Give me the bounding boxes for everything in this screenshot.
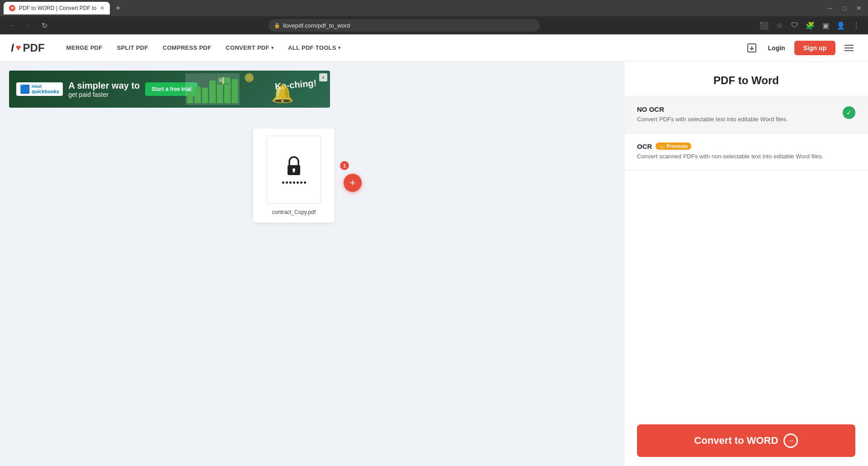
nav-all-tools-label: ALL PDF TOOLS — [288, 44, 336, 51]
file-card[interactable]: contract_Copy.pdf — [253, 128, 335, 223]
profile-icon[interactable]: 👤 — [835, 19, 847, 32]
nav-merge-pdf-label: MERGE PDF — [66, 44, 103, 51]
tab-close-button[interactable]: ✕ — [100, 5, 104, 11]
nav-convert-pdf[interactable]: CONVERT PDF ▾ — [218, 34, 281, 62]
premium-badge: 👑 Premium — [656, 143, 691, 150]
nav-merge-pdf[interactable]: MERGE PDF — [59, 34, 110, 62]
ocr-text: OCR 👑 Premium Convert scanned PDFs with … — [637, 143, 855, 161]
lock-dots — [282, 181, 306, 184]
login-button[interactable]: Login — [764, 44, 789, 52]
no-ocr-option[interactable]: NO OCR Convert PDFs with selectable text… — [624, 96, 868, 133]
lock-icon-container — [282, 156, 306, 184]
sidebar-toggle-icon[interactable]: ▣ — [819, 19, 832, 32]
reload-button[interactable]: ↻ — [38, 19, 51, 32]
puzzle-icon[interactable]: 🧩 — [804, 19, 816, 32]
minimize-button[interactable]: ─ — [825, 3, 835, 14]
ad-headline2: get paid faster — [68, 91, 140, 98]
no-ocr-text: NO OCR Convert PDFs with selectable text… — [637, 105, 835, 124]
ad-close-button[interactable]: × — [319, 73, 327, 81]
add-more-wrapper: 1 + — [344, 165, 371, 192]
svg-rect-4 — [293, 170, 295, 172]
app: I ♥ PDF MERGE PDF SPLIT PDF COMPRESS PDF… — [0, 34, 868, 466]
main-layout: × 🟦 intuit quickbooks A simpler way to g… — [0, 62, 868, 466]
file-preview — [267, 136, 321, 204]
ocr-option[interactable]: OCR 👑 Premium Convert scanned PDFs with … — [624, 133, 868, 170]
logo-heart-icon: ♥ — [16, 43, 21, 53]
hamburger-menu-button[interactable] — [841, 41, 857, 55]
nav-convert-pdf-label: CONVERT PDF — [226, 44, 269, 51]
panel-title: PDF to Word — [624, 62, 868, 96]
tab-bar: ❤ PDF to WORD | Convert PDF to ✕ + ─ □ ✕ — [0, 0, 868, 16]
nav-all-pdf-tools[interactable]: ALL PDF TOOLS ▾ — [281, 34, 348, 62]
ad-logo: 🟦 intuit quickbooks — [16, 82, 63, 96]
browser-chrome: ❤ PDF to WORD | Convert PDF to ✕ + ─ □ ✕… — [0, 0, 868, 34]
ad-money-icon: 💵 — [217, 75, 229, 87]
extensions-icon[interactable]: ⬛ — [758, 19, 770, 32]
ad-coin-icon: 🪙 — [244, 73, 254, 83]
signup-button[interactable]: Sign up — [794, 41, 835, 55]
active-tab[interactable]: ❤ PDF to WORD | Convert PDF to ✕ — [4, 2, 110, 14]
lock-icon — [285, 156, 303, 178]
convert-btn-arrow-icon: → — [783, 433, 798, 448]
ad-bell-icon: 🔔 — [271, 83, 294, 104]
close-window-button[interactable]: ✕ — [854, 3, 864, 14]
lock-icon: 🔒 — [274, 23, 280, 29]
no-ocr-description: Convert PDFs with selectable text into e… — [637, 115, 835, 124]
menu-icon[interactable]: ⋮ — [850, 19, 863, 32]
no-ocr-check-icon: ✓ — [843, 106, 855, 119]
shield-icon[interactable]: 🛡 — [788, 19, 801, 32]
ad-chart — [185, 73, 240, 105]
ocr-description: Convert scanned PDFs with non-selectable… — [637, 152, 855, 161]
nav-split-pdf[interactable]: SPLIT PDF — [110, 34, 156, 62]
logo-i: I — [11, 42, 14, 54]
site-logo[interactable]: I ♥ PDF — [11, 42, 45, 54]
back-button[interactable]: ← — [5, 19, 18, 32]
panel-spacer — [624, 170, 868, 415]
address-bar[interactable]: 🔒 ilovepdf.com/pdf_to_word — [269, 19, 540, 32]
logo-pdf: PDF — [23, 42, 45, 54]
convert-pdf-arrow-icon: ▾ — [271, 45, 274, 50]
ad-text: A simpler way to get paid faster — [68, 80, 140, 98]
nav-split-pdf-label: SPLIT PDF — [117, 44, 148, 51]
nav-menu: MERGE PDF SPLIT PDF COMPRESS PDF CONVERT… — [59, 34, 745, 62]
convert-btn-label: Convert to WORD — [694, 435, 778, 447]
add-more-files-button[interactable]: + — [344, 174, 362, 192]
all-tools-arrow-icon: ▾ — [338, 45, 340, 50]
no-ocr-section: NO OCR Convert PDFs with selectable text… — [624, 96, 868, 133]
download-icon[interactable] — [745, 41, 759, 55]
convert-btn-area: Convert to WORD → — [624, 415, 868, 466]
nav-right-icons: ⬛ ☆ 🛡 🧩 ▣ 👤 ⋮ — [758, 19, 863, 32]
url-text: ilovepdf.com/pdf_to_word — [283, 22, 534, 29]
ad-headline: A simpler way to — [68, 80, 140, 91]
forward-button[interactable]: → — [22, 19, 34, 32]
file-area: contract_Copy.pdf 1 + — [9, 115, 615, 457]
file-name: contract_Copy.pdf — [272, 209, 316, 215]
premium-label: Premium — [666, 143, 688, 149]
tab-favicon: ❤ — [9, 5, 15, 11]
ocr-section: OCR 👑 Premium Convert scanned PDFs with … — [624, 133, 868, 171]
ocr-label: OCR 👑 Premium — [637, 143, 855, 150]
new-tab-button[interactable]: + — [112, 2, 124, 14]
ad-banner: × 🟦 intuit quickbooks A simpler way to g… — [9, 71, 330, 108]
site-header: I ♥ PDF MERGE PDF SPLIT PDF COMPRESS PDF… — [0, 34, 868, 62]
file-wrapper: contract_Copy.pdf — [253, 128, 335, 223]
maximize-button[interactable]: □ — [839, 3, 850, 14]
crown-icon: 👑 — [659, 144, 665, 149]
bookmark-icon[interactable]: ☆ — [773, 19, 786, 32]
file-count-badge: 1 — [340, 161, 349, 170]
convert-to-word-button[interactable]: Convert to WORD → — [637, 424, 855, 457]
no-ocr-label: NO OCR — [637, 105, 835, 113]
tab-title: PDF to WORD | Convert PDF to — [19, 5, 96, 11]
nav-compress-pdf[interactable]: COMPRESS PDF — [156, 34, 219, 62]
right-panel: PDF to Word NO OCR Convert PDFs with sel… — [624, 62, 868, 466]
header-right: Login Sign up — [745, 41, 857, 55]
browser-nav: ← → ↻ 🔒 ilovepdf.com/pdf_to_word ⬛ ☆ 🛡 🧩… — [0, 16, 868, 34]
nav-compress-pdf-label: COMPRESS PDF — [163, 44, 212, 51]
content-area: × 🟦 intuit quickbooks A simpler way to g… — [0, 62, 624, 466]
